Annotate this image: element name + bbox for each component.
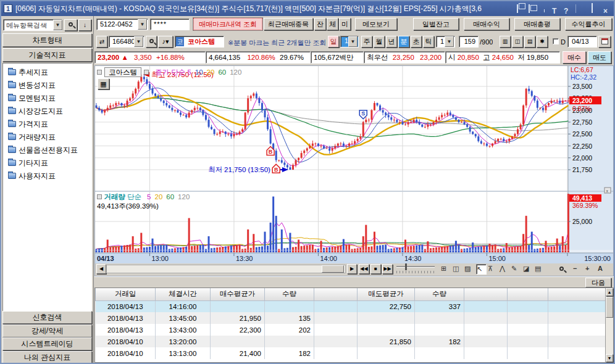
che-button[interactable]: 체 — [327, 18, 338, 30]
minute-combo-arrow-icon[interactable] — [348, 36, 358, 47]
tree-item-거래량지표[interactable]: 거래량지표 — [4, 131, 90, 144]
stock-search-icon[interactable] — [146, 36, 157, 48]
table-row[interactable]: 2018/04/1313:45:0021,950135 — [96, 312, 606, 324]
calendar-icon[interactable] — [598, 36, 611, 48]
chart-tool-icon-5[interactable]: ⋀ — [500, 264, 510, 275]
daily-balance-button[interactable]: 일별잔고 — [413, 18, 459, 30]
auto-scale-icon[interactable]: A — [598, 264, 608, 275]
account-combo-arrow-icon[interactable] — [138, 19, 147, 30]
settings-gear-icon[interactable]: ✱ — [537, 36, 548, 48]
chart-tool-icon-6[interactable]: ✎ — [511, 264, 522, 275]
trade-profit-button[interactable]: 매매수익 — [464, 18, 509, 30]
recent-trades-button[interactable]: 최근매매종목 — [264, 18, 313, 30]
table-row[interactable]: 2018/04/1013:13:0021,400182 — [96, 347, 606, 359]
tree-item-변동성지표[interactable]: 변동성지표 — [4, 79, 90, 92]
trade-review-button[interactable]: 매매총평 — [514, 18, 560, 30]
stock-code-combo-arrow-icon[interactable] — [134, 36, 143, 47]
chart-scrollbar[interactable] — [106, 265, 346, 273]
price-volume-chart[interactable]: 최고 23,750 (12:56)최저 21,750 (13:50)BBSLC:… — [95, 66, 613, 263]
chart-tool-icon-4[interactable]: ⊼ — [488, 264, 498, 275]
table-scrollbar-thumb[interactable] — [606, 297, 613, 318]
table-scrollbar[interactable]: ▲ ▼ — [605, 288, 613, 362]
period-tick-button[interactable]: 틱 — [423, 36, 434, 48]
bar-count-input[interactable]: 159 — [459, 36, 479, 48]
duplicate-window-icon[interactable] — [529, 5, 537, 12]
jan-button[interactable]: 잔 — [314, 18, 326, 30]
speed-slider-thumb[interactable] — [405, 263, 407, 270]
rewind-icon[interactable]: ◀◀ — [359, 264, 369, 274]
link-window-icon[interactable]: ⇄ — [96, 36, 107, 48]
period-month-button[interactable]: 월 — [374, 36, 385, 48]
sidebar-button-나의 관심지표[interactable]: 나의 관심지표 — [2, 351, 92, 364]
column-header[interactable]: 체결시간 — [156, 288, 211, 300]
date-input[interactable]: 04/13 — [567, 36, 597, 48]
period-day-button[interactable]: 일 — [328, 36, 339, 48]
chart-scrollbar-thumb[interactable] — [322, 265, 344, 273]
chart-tool-icon-7[interactable]: ◪ — [523, 264, 533, 275]
close-button[interactable]: × — [603, 5, 611, 12]
scroll-right-icon[interactable]: ▶ — [347, 264, 357, 274]
save-chart-icon[interactable]: ▤ — [524, 36, 535, 48]
column-header[interactable] — [314, 288, 358, 300]
menu-search-button[interactable] — [64, 19, 77, 31]
compare-chart-icon[interactable]: ▥ — [500, 36, 511, 48]
trade-mark-query-button[interactable]: 매매마크/내역 조회 — [193, 18, 262, 30]
column-header[interactable]: 매도평균가 — [358, 288, 415, 300]
column-header[interactable] — [464, 288, 508, 300]
chart-tool-icon-8[interactable]: ▤ — [535, 264, 545, 275]
next-page-button[interactable]: 다음 — [585, 278, 611, 287]
speed-slider[interactable] — [396, 266, 435, 268]
d-checkbox[interactable] — [553, 38, 559, 44]
table-row[interactable]: 2018/04/1314:16:0022,750337 — [96, 300, 606, 312]
mi-button[interactable]: 미 — [339, 18, 351, 30]
chart-tool-icon-0[interactable]: ⊞ — [441, 264, 451, 275]
pin-icon[interactable] — [540, 5, 548, 12]
column-header[interactable] — [508, 288, 548, 300]
yield-trend-button[interactable]: 수익률추이 — [565, 18, 612, 30]
collapse-pane-icon[interactable] — [97, 70, 102, 75]
restore-window-icon[interactable] — [517, 5, 525, 12]
column-header[interactable]: 수량 — [415, 288, 464, 300]
section-chart-type[interactable]: 차트형태 — [2, 33, 92, 47]
period-second-button[interactable]: 초 — [411, 36, 422, 48]
tree-item-시장강도지표[interactable]: 시장강도지표 — [4, 105, 90, 118]
chart-tool-icon-1[interactable]: ◫ — [453, 264, 463, 275]
zoom-search-icon[interactable] — [559, 264, 570, 275]
tree-item-가격지표[interactable]: 가격지표 — [4, 118, 90, 131]
tree-item-추세지표[interactable]: 추세지표 — [4, 66, 90, 79]
section-technical-indicators[interactable]: 기술적지표 — [2, 48, 92, 62]
help-icon[interactable]: ? — [564, 5, 572, 12]
period-year-button[interactable]: 년 — [386, 36, 397, 48]
scroll-up-icon[interactable]: ▲ — [606, 288, 613, 296]
menu-search-dropdown-icon[interactable] — [53, 20, 62, 30]
sound-icon[interactable]: ♪▾ — [158, 36, 173, 48]
sidebar-button-시스템트레이딩[interactable]: 시스템트레이딩 — [2, 337, 92, 350]
buy-button[interactable]: 매수 — [563, 51, 586, 64]
period-minute-button[interactable]: 분 — [398, 36, 409, 48]
menu-down-button[interactable]: ↓ — [78, 19, 91, 31]
sidebar-button-강세/약세[interactable]: 강세/약세 — [2, 325, 92, 337]
table-row[interactable]: 2018/04/1013:20:0021,850182 — [96, 336, 606, 347]
maximize-button[interactable] — [592, 5, 600, 12]
tree-item-사용자지표[interactable]: 사용자지표 — [4, 170, 90, 183]
memo-button[interactable]: 메모보기 — [355, 18, 397, 30]
zoom-out-icon[interactable]: − — [573, 264, 584, 275]
column-header[interactable]: 매수평균가 — [211, 288, 265, 300]
multi-chart-icon[interactable]: ◫ — [512, 36, 523, 48]
chart-grid-icon[interactable]: ▦ — [98, 78, 109, 89]
column-header[interactable]: 거래일 — [96, 288, 156, 300]
password-field[interactable]: **** — [150, 19, 190, 30]
stock-tab[interactable]: 코아스템 — [104, 67, 141, 77]
scroll-down-icon[interactable]: ▼ — [606, 354, 613, 362]
forward-icon[interactable]: ▶▶ — [382, 264, 393, 274]
text-tool-icon[interactable]: T — [552, 5, 560, 12]
chart-tool-icon-2[interactable]: ▨ — [464, 264, 475, 275]
tree-item-모멘텀지표[interactable]: 모멘텀지표 — [4, 92, 90, 105]
table-row[interactable]: 2018/04/1313:43:0022,300202 — [96, 324, 606, 336]
volume-collapse-icon[interactable] — [97, 194, 102, 199]
tree-item-기타지표[interactable]: 기타지표 — [4, 157, 90, 170]
zoom-in-icon[interactable]: + — [585, 264, 596, 275]
sell-button[interactable]: 매도 — [588, 51, 611, 64]
chart-tool-icon-3[interactable]: ↖ — [476, 264, 487, 275]
column-header[interactable] — [548, 288, 606, 300]
